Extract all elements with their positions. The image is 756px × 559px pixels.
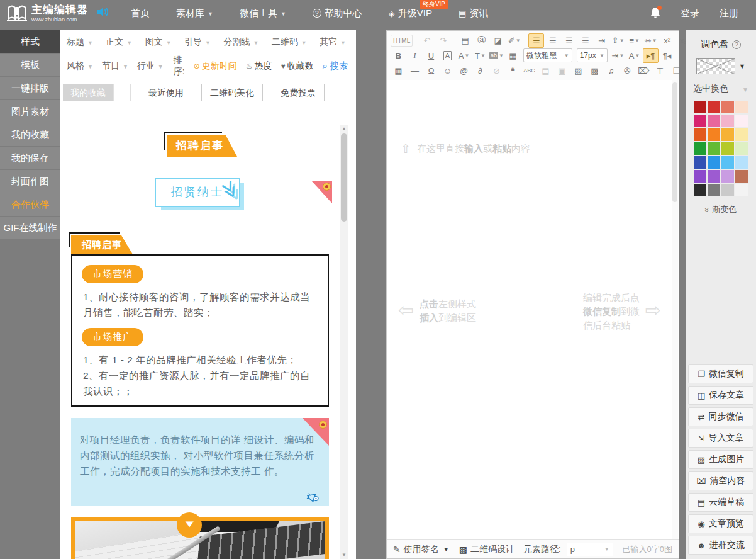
image-placeholder-icon[interactable]: ▣ bbox=[554, 64, 570, 78]
nav-item-素材库[interactable]: 素材库▼ bbox=[176, 8, 213, 20]
template-banner-1[interactable]: 招聘启事 bbox=[167, 135, 237, 157]
register-link[interactable]: 注册 bbox=[720, 8, 738, 20]
transparent-color-swatch[interactable] bbox=[696, 58, 735, 74]
color-swatch-#d6246e[interactable] bbox=[694, 115, 706, 127]
italic-icon[interactable]: I bbox=[407, 48, 423, 63]
color-swatch-#e2591d[interactable] bbox=[694, 128, 706, 141]
action-导入文章[interactable]: ⇲导入文章 bbox=[688, 429, 753, 448]
insert-image-icon[interactable]: ▨ bbox=[570, 64, 586, 78]
para-spacing-icon[interactable]: ≡▼ bbox=[626, 33, 642, 48]
sidebar-item-GIF在线制作[interactable]: GIF在线制作 bbox=[0, 217, 60, 239]
nav-item-帮助中心[interactable]: ?帮助中心 bbox=[313, 8, 362, 20]
table-icon[interactable]: ▦ bbox=[391, 64, 406, 78]
bg-image-icon[interactable]: ▦ bbox=[505, 48, 521, 63]
nav-item-升级VIP[interactable]: ◈升级VIP终身VIP bbox=[389, 8, 432, 20]
font-family-select[interactable]: 微软雅黑▼ bbox=[523, 48, 572, 62]
nav-item-微信工具[interactable]: 微信工具▼ bbox=[240, 8, 286, 20]
undo-icon[interactable]: ↶ bbox=[419, 33, 435, 48]
scrollbar-thumb[interactable] bbox=[341, 133, 347, 222]
quick-二维码美化[interactable]: 二维码美化 bbox=[201, 84, 263, 101]
notification-bell-icon[interactable] bbox=[650, 7, 660, 20]
announcement-speaker-icon[interactable] bbox=[97, 6, 109, 20]
ltr-paragraph-icon[interactable]: ▸¶ bbox=[643, 48, 659, 63]
style-panel-scrollbar[interactable]: ▲ ▼ bbox=[340, 125, 348, 559]
doc-template-icon[interactable]: ▤ bbox=[538, 64, 553, 78]
color-swatch-#cacaca[interactable] bbox=[721, 184, 734, 196]
color-swatch-#62bb35[interactable] bbox=[708, 142, 720, 155]
color-swatch-#d4342e[interactable] bbox=[708, 101, 720, 113]
color-swatch-#b5c929[interactable] bbox=[721, 142, 734, 155]
align-center-icon[interactable]: ☰ bbox=[545, 33, 560, 48]
color-swatch-#f6b235[interactable] bbox=[721, 128, 734, 141]
blockquote-icon[interactable]: ❝ bbox=[505, 64, 521, 78]
filter-引导[interactable]: 引导▼ bbox=[184, 37, 211, 48]
color-swatch-#fbdfcc[interactable] bbox=[735, 101, 748, 113]
scrollbar-thumb[interactable] bbox=[672, 82, 677, 202]
template-tab-3[interactable]: 招聘启事 bbox=[71, 235, 133, 254]
filter-正文[interactable]: 正文▼ bbox=[106, 37, 132, 48]
first-indent-icon[interactable]: ⇥▼ bbox=[610, 48, 626, 63]
login-link[interactable]: 登录 bbox=[681, 8, 699, 20]
horizontal-rule-icon[interactable]: — bbox=[407, 64, 423, 78]
special-char-icon[interactable]: Ω bbox=[423, 64, 439, 78]
screenshot-icon[interactable]: ▩ bbox=[587, 64, 603, 78]
chevron-down-icon[interactable]: ▼ bbox=[742, 86, 748, 93]
link-icon[interactable]: ∂ bbox=[472, 64, 488, 78]
signature-control[interactable]: ✎ 使用签名 ▼ bbox=[393, 544, 455, 555]
color-swatch-#e8679d[interactable] bbox=[708, 115, 720, 127]
clean-format-icon[interactable]: ⌦ bbox=[636, 64, 652, 78]
unlink-icon[interactable]: ⊘ bbox=[489, 64, 504, 78]
sort-热度[interactable]: ♨热度 bbox=[246, 60, 272, 72]
indent-icon[interactable]: ⇥ bbox=[594, 33, 609, 48]
sidebar-item-我的收藏[interactable]: 我的收藏 bbox=[0, 123, 60, 146]
text-rotate-icon[interactable]: A▼ bbox=[626, 48, 642, 63]
color-swatch-#fbe9a6[interactable] bbox=[735, 128, 748, 141]
color-swatch-#2a96e8[interactable] bbox=[708, 156, 720, 169]
superscript-icon[interactable]: x² bbox=[659, 33, 675, 48]
letter-spacing-icon[interactable]: ⇿▼ bbox=[643, 33, 659, 48]
action-微信复制[interactable]: ❐微信复制 bbox=[688, 364, 753, 383]
sidebar-item-图片素材[interactable]: 图片素材 bbox=[0, 100, 60, 123]
color-swatch-#bd7156[interactable] bbox=[735, 170, 748, 183]
sidebar-item-一键排版[interactable]: 一键排版 bbox=[0, 77, 60, 99]
emoji-icon[interactable]: ☺ bbox=[440, 64, 455, 78]
filter-图文[interactable]: 图文▼ bbox=[145, 37, 172, 48]
template-job-box[interactable]: 市场营销 1、耐心接待顾客的咨询，了解顾客的需求并达成当月销售，能吃苦耐劳、踏实… bbox=[71, 254, 329, 407]
color-swatch-#1f9e33[interactable] bbox=[694, 142, 706, 155]
quick-最近使用[interactable]: 最近使用 bbox=[140, 84, 192, 101]
action-生成图片[interactable]: ▨生成图片 bbox=[688, 450, 753, 469]
align-right-icon[interactable]: ☰ bbox=[561, 33, 577, 48]
action-清空内容[interactable]: ⌧清空内容 bbox=[688, 471, 753, 490]
color-swatch-#7a7a7a[interactable] bbox=[708, 184, 720, 196]
gradient-toggle[interactable]: » 渐变色 bbox=[686, 204, 756, 215]
scroll-up-icon[interactable]: ▲ bbox=[340, 126, 348, 132]
select-all-icon[interactable]: ⓐ bbox=[474, 33, 489, 48]
qr-design-button[interactable]: ▩ 二维码设计 bbox=[459, 544, 514, 555]
color-swatch-#9d5bd1[interactable] bbox=[708, 170, 720, 183]
color-swatch-#b5e1fc[interactable] bbox=[735, 156, 748, 169]
line-height-icon[interactable]: ⇕▼ bbox=[610, 33, 626, 48]
video-icon[interactable]: ✇ bbox=[620, 64, 635, 78]
color-swatch-#fdeef4[interactable] bbox=[735, 115, 748, 127]
underline-icon[interactable]: U bbox=[423, 48, 439, 63]
new-doc-icon[interactable]: ▤ bbox=[457, 33, 473, 48]
align-justify-icon[interactable]: ☰ bbox=[577, 33, 593, 48]
sort-更新时间[interactable]: ⊙更新时间 bbox=[194, 60, 237, 72]
color-swatch-#2b2b2b[interactable] bbox=[694, 184, 706, 196]
sidebar-item-封面作图[interactable]: 封面作图 bbox=[0, 170, 60, 193]
highlight-icon[interactable]: ab▼ bbox=[489, 48, 504, 63]
color-swatch-#f58220[interactable] bbox=[708, 128, 720, 141]
element-path-select[interactable]: p ▼ bbox=[567, 543, 613, 556]
nav-item-资讯[interactable]: ▤资讯 bbox=[459, 8, 488, 20]
spellcheck-icon[interactable]: ABC bbox=[521, 64, 537, 78]
fullscreen-icon[interactable]: ❏ bbox=[669, 64, 684, 78]
logo[interactable]: 主编编辑器 www.zhubian.com bbox=[6, 4, 88, 23]
action-同步微信[interactable]: ⇄同步微信 bbox=[688, 407, 753, 426]
filter-二维码[interactable]: 二维码▼ bbox=[272, 37, 307, 48]
color-swatch-#3351b4[interactable] bbox=[694, 156, 706, 169]
scroll-down-icon[interactable]: ▼ bbox=[340, 552, 348, 558]
at-search-icon[interactable]: @ bbox=[456, 64, 472, 78]
filter-标题[interactable]: 标题▼ bbox=[67, 37, 93, 48]
template-blue-text-box[interactable]: 对项目经理负责，负责软件项目的详 细设计、编码和内部测试的组织实施， 对小型软件… bbox=[71, 418, 329, 506]
editor-content-area[interactable]: ⇧ 在这里直接输入或粘贴内容 ⇦ 点击左侧样式插入到编辑区 编辑完成后点微信复制… bbox=[387, 80, 679, 539]
